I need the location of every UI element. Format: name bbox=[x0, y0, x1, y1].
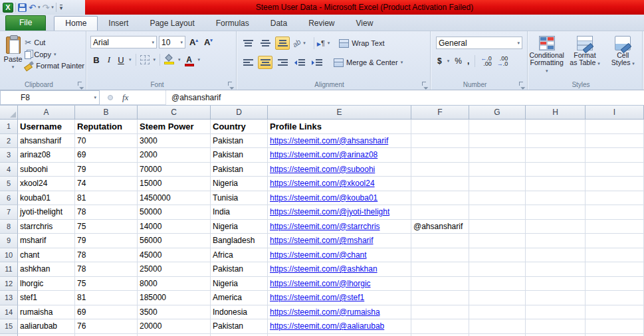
cell-C10[interactable]: 45000 bbox=[138, 248, 211, 263]
cell-H3[interactable] bbox=[526, 148, 586, 163]
cell-E1[interactable]: Profile Links bbox=[268, 120, 411, 134]
percent-style-button[interactable]: % bbox=[455, 56, 462, 66]
row-header-6[interactable]: 6 bbox=[0, 191, 18, 206]
undo-dropdown-icon[interactable]: ▾ bbox=[38, 5, 41, 10]
tab-data[interactable]: Data bbox=[260, 17, 298, 31]
cell-D5[interactable]: Nigeria bbox=[211, 177, 268, 191]
cell-I12[interactable] bbox=[586, 277, 644, 292]
increase-indent-button[interactable] bbox=[310, 56, 324, 69]
redo-icon[interactable]: ↷ bbox=[42, 3, 49, 12]
cell-C2[interactable]: 3000 bbox=[138, 134, 211, 149]
cell-D8[interactable]: Nigeria bbox=[211, 220, 268, 234]
text-direction-icon[interactable]: ▶¶ bbox=[317, 39, 325, 47]
tab-page-layout[interactable]: Page Layout bbox=[139, 17, 205, 31]
name-box[interactable]: F8 ▾ bbox=[0, 90, 100, 105]
row-header-4[interactable]: 4 bbox=[0, 163, 18, 177]
cell-C3[interactable]: 2000 bbox=[138, 148, 211, 163]
cell-C5[interactable]: 15000 bbox=[138, 177, 211, 191]
cell-I11[interactable] bbox=[586, 262, 644, 277]
cell-B14[interactable]: 69 bbox=[75, 305, 138, 320]
font-name-select[interactable]: Arial▾ bbox=[90, 36, 157, 48]
merge-center-button[interactable]: Merge & Center ▾ bbox=[334, 58, 403, 67]
profile-link[interactable]: https://steemit.com/@jyoti-thelight bbox=[268, 205, 411, 220]
cell-B3[interactable]: 69 bbox=[75, 148, 138, 163]
column-header-a[interactable]: A bbox=[18, 106, 75, 120]
row-header-16[interactable]: 16 bbox=[0, 334, 18, 336]
row-header-12[interactable]: 12 bbox=[0, 277, 18, 292]
cell-G15[interactable] bbox=[469, 319, 526, 334]
cell-D14[interactable]: Indonesia bbox=[211, 305, 268, 320]
cell-A13[interactable]: stef1 bbox=[18, 291, 75, 305]
font-color-dropdown-icon[interactable]: ▾ bbox=[198, 57, 201, 62]
cell-B6[interactable]: 81 bbox=[75, 191, 138, 206]
cell-A12[interactable]: lhorgic bbox=[18, 277, 75, 292]
conditional-formatting-button[interactable]: ConditionalFormatting ▾ bbox=[529, 35, 564, 79]
cell-C16[interactable] bbox=[138, 334, 211, 336]
name-box-dropdown-icon[interactable]: ▾ bbox=[94, 95, 96, 100]
cell-D4[interactable]: Pakistan bbox=[211, 163, 268, 177]
copy-button[interactable]: Copy▾ bbox=[25, 50, 84, 59]
column-header-g[interactable]: G bbox=[469, 106, 526, 120]
accounting-dropdown-icon[interactable]: ▾ bbox=[447, 58, 450, 64]
cell-F10[interactable] bbox=[411, 248, 469, 263]
row-header-3[interactable]: 3 bbox=[0, 148, 18, 163]
cell-C11[interactable]: 25000 bbox=[138, 262, 211, 277]
cell-G8[interactable] bbox=[469, 220, 526, 234]
italic-button[interactable]: I bbox=[105, 54, 113, 65]
cell-G5[interactable] bbox=[469, 177, 526, 191]
cell-F16[interactable] bbox=[411, 334, 469, 336]
cell-H4[interactable] bbox=[526, 163, 586, 177]
cell-C7[interactable]: 50000 bbox=[138, 205, 211, 220]
cell-B9[interactable]: 79 bbox=[75, 234, 138, 248]
cell-F1[interactable] bbox=[411, 120, 469, 134]
tab-file[interactable]: File bbox=[5, 15, 46, 31]
cell-D12[interactable]: Nigeria bbox=[211, 277, 268, 292]
cell-D6[interactable]: Tunisia bbox=[211, 191, 268, 206]
cell-B5[interactable]: 74 bbox=[75, 177, 138, 191]
profile-link[interactable]: https://steemit.com/@kouba01 bbox=[268, 191, 411, 206]
profile-link[interactable]: https://steemit.com/@arinaz08 bbox=[268, 148, 411, 163]
tab-review[interactable]: Review bbox=[298, 17, 345, 31]
cell-A15[interactable]: aaliarubab bbox=[18, 319, 75, 334]
cell-G6[interactable] bbox=[469, 191, 526, 206]
cell-D16[interactable] bbox=[211, 334, 268, 336]
cell-F13[interactable] bbox=[411, 291, 469, 305]
column-header-i[interactable]: I bbox=[586, 106, 644, 120]
cell-B11[interactable]: 78 bbox=[75, 262, 138, 277]
cell-H2[interactable] bbox=[526, 134, 586, 149]
orientation-dropdown-icon[interactable]: ▾ bbox=[303, 41, 306, 46]
cell-B10[interactable]: 78 bbox=[75, 248, 138, 263]
align-right-button[interactable] bbox=[275, 56, 290, 69]
formula-input[interactable]: @ahsansharif bbox=[166, 90, 644, 105]
cell-B1[interactable]: Reputation bbox=[75, 120, 138, 134]
cell-D1[interactable]: Country bbox=[211, 120, 268, 134]
cell-I6[interactable] bbox=[586, 191, 644, 206]
profile-link[interactable]: https://steemit.com/@ahsansharif bbox=[268, 134, 411, 149]
row-header-14[interactable]: 14 bbox=[0, 305, 18, 320]
cell-F12[interactable] bbox=[411, 277, 469, 292]
cell-C12[interactable]: 8000 bbox=[138, 277, 211, 292]
cell-H5[interactable] bbox=[526, 177, 586, 191]
redo-dropdown-icon[interactable]: ▾ bbox=[51, 5, 54, 10]
column-header-h[interactable]: H bbox=[526, 106, 586, 120]
cell-H12[interactable] bbox=[526, 277, 586, 292]
tab-formulas[interactable]: Formulas bbox=[205, 17, 260, 31]
cell-G2[interactable] bbox=[469, 134, 526, 149]
fill-color-icon[interactable] bbox=[164, 55, 174, 64]
cell-H15[interactable] bbox=[526, 319, 586, 334]
tab-view[interactable]: View bbox=[346, 17, 384, 31]
cell-A4[interactable]: suboohi bbox=[18, 163, 75, 177]
row-header-8[interactable]: 8 bbox=[0, 220, 18, 234]
cell-D7[interactable]: India bbox=[211, 205, 268, 220]
cell-A3[interactable]: arinaz08 bbox=[18, 148, 75, 163]
alignment-dialog-launcher-icon[interactable] bbox=[422, 82, 428, 88]
cell-G12[interactable] bbox=[469, 277, 526, 292]
cell-H8[interactable] bbox=[526, 220, 586, 234]
tab-insert[interactable]: Insert bbox=[98, 17, 139, 31]
cell-F14[interactable] bbox=[411, 305, 469, 320]
underline-dropdown-icon[interactable]: ▾ bbox=[129, 57, 132, 62]
font-size-select[interactable]: 10▾ bbox=[159, 36, 185, 48]
borders-dropdown-icon[interactable]: ▾ bbox=[154, 57, 156, 62]
cell-G1[interactable] bbox=[469, 120, 526, 134]
cell-G3[interactable] bbox=[469, 148, 526, 163]
